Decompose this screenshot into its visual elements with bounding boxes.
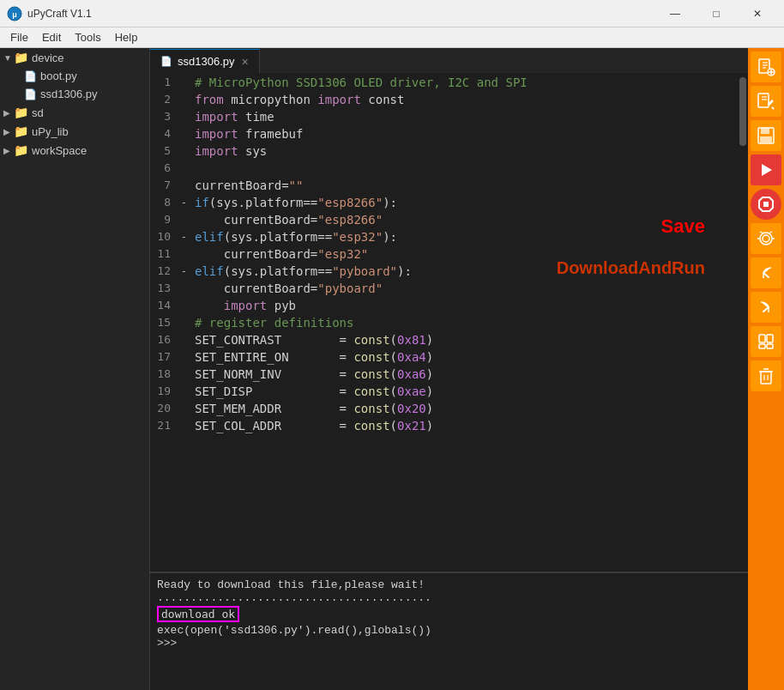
line-num-12: 12: [150, 263, 181, 280]
window-controls: — □ ✕: [655, 2, 777, 26]
code-line-15: 15 # register definitions: [150, 314, 748, 331]
line-num-7: 7: [150, 177, 181, 194]
code-line-8: 8 - if(sys.platform=="esp8266"):: [150, 194, 748, 211]
delete-button[interactable]: [751, 360, 781, 391]
line-content-18: SET_NORM_INV = const(0xa6): [191, 366, 748, 383]
arrow-1: [181, 74, 191, 91]
tree-item-ssd[interactable]: 📄 ssd1306.py: [0, 85, 149, 103]
terminal-download-badge: download ok: [157, 606, 239, 622]
code-line-9: 9 currentBoard="esp8266": [150, 211, 748, 228]
arrow-5: [181, 142, 191, 160]
tab-close-icon[interactable]: ×: [242, 55, 249, 69]
svg-rect-26: [767, 335, 773, 342]
file-icon-boot: 📄: [24, 70, 37, 82]
line-content-2: from micropython import const: [191, 91, 748, 108]
run-icon: [757, 160, 775, 179]
line-content-1: # MicroPython SSD1306 OLED driver, I2C a…: [191, 74, 748, 91]
line-num-13: 13: [150, 280, 181, 297]
menu-help[interactable]: Help: [108, 29, 145, 45]
code-line-6: 6: [150, 160, 748, 177]
tree-label-workspace: workSpace: [32, 144, 87, 157]
line-content-17: SET_ENTIRE_ON = const(0xa4): [191, 348, 748, 366]
line-num-8: 8: [150, 194, 181, 211]
arrow-17: [181, 348, 191, 366]
arrow-9: [181, 211, 191, 228]
arrow-20: [181, 400, 191, 417]
arrow-12: -: [181, 263, 191, 280]
code-line-14: 14 import pyb: [150, 297, 748, 314]
line-content-9: currentBoard="esp8266": [191, 211, 748, 228]
svg-rect-18: [763, 202, 769, 207]
svg-rect-29: [761, 372, 771, 384]
line-content-12: elif(sys.platform=="pyboard"):: [191, 263, 748, 280]
terminal-line-exec: exec(open('ssd1306.py').read(),globals()…: [157, 624, 741, 637]
menu-file[interactable]: File: [3, 29, 35, 45]
code-line-4: 4 import framebuf: [150, 125, 748, 142]
terminal: Ready to download this file,please wait!…: [150, 572, 748, 683]
line-num-19: 19: [150, 383, 181, 400]
svg-rect-28: [767, 344, 773, 348]
terminal-line-dots: ........................................…: [157, 591, 741, 604]
folder-icon-sd: 📁: [14, 106, 28, 119]
code-line-10: 10 - elif(sys.platform=="esp32"):: [150, 228, 748, 245]
line-num-5: 5: [150, 142, 181, 160]
code-editor[interactable]: Save DownloadAndRun 1 # MicroPython SSD1…: [150, 74, 748, 572]
stop-button[interactable]: [751, 189, 781, 220]
tree-item-device[interactable]: ▼ 📁 device: [0, 48, 149, 67]
arrow-2: [181, 91, 191, 108]
line-content-8: if(sys.platform=="esp8266"):: [191, 194, 748, 211]
arrow-7: [181, 177, 191, 194]
line-num-17: 17: [150, 348, 181, 366]
delete-icon: [757, 366, 775, 385]
tree-item-sd[interactable]: ▶ 📁 sd: [0, 103, 149, 122]
line-content-3: import time: [191, 108, 748, 125]
line-num-2: 2: [150, 91, 181, 108]
back-button[interactable]: [751, 257, 781, 288]
tree-item-upylib[interactable]: ▶ 📁 uPy_lib: [0, 122, 149, 141]
arrow-18: [181, 366, 191, 383]
arrow-6: [181, 160, 191, 177]
scrollbar[interactable]: [738, 74, 748, 572]
files-button[interactable]: [751, 326, 781, 357]
arrow-11: [181, 245, 191, 263]
download-run-button[interactable]: [751, 154, 781, 185]
terminal-line-prompt: >>>: [157, 637, 741, 650]
svg-marker-16: [762, 164, 772, 176]
line-content-5: import sys: [191, 142, 748, 160]
line-num-16: 16: [150, 331, 181, 348]
new-file-button[interactable]: [751, 51, 781, 82]
menu-edit[interactable]: Edit: [35, 29, 68, 45]
save-button[interactable]: [751, 120, 781, 151]
arrow-sd: ▶: [3, 108, 14, 118]
open-file-icon: [757, 92, 775, 111]
tree-label-device: device: [32, 51, 64, 64]
minimize-button[interactable]: —: [655, 2, 695, 26]
tree-item-boot[interactable]: 📄 boot.py: [0, 67, 149, 85]
code-line-16: 16 SET_CONTRAST = const(0x81): [150, 331, 748, 348]
svg-rect-15: [760, 136, 772, 142]
connect-button[interactable]: [751, 223, 781, 254]
line-content-14: import pyb: [191, 297, 748, 314]
terminal-line-download: download ok: [157, 606, 741, 622]
arrow-device: ▼: [3, 53, 14, 63]
app-icon: μ: [7, 6, 22, 21]
back-icon: [757, 263, 775, 282]
menu-tools[interactable]: Tools: [68, 29, 107, 45]
forward-button[interactable]: [751, 292, 781, 323]
maximize-button[interactable]: □: [697, 2, 736, 26]
open-file-button[interactable]: [751, 86, 781, 117]
scroll-thumb[interactable]: [739, 77, 746, 146]
terminal-ready-text: Ready to download this file,please wait!: [157, 578, 425, 591]
code-line-19: 19 SET_DISP = const(0xae): [150, 383, 748, 400]
arrow-3: [181, 108, 191, 125]
tree-item-workspace[interactable]: ▶ 📁 workSpace: [0, 141, 149, 160]
code-line-3: 3 import time: [150, 108, 748, 125]
tab-ssd1306[interactable]: 📄 ssd1306.py ×: [150, 49, 260, 73]
terminal-prompt-text: >>>: [157, 637, 177, 650]
arrow-19: [181, 383, 191, 400]
close-button[interactable]: ✕: [738, 2, 777, 26]
arrow-21: [181, 417, 191, 434]
code-line-5: 5 import sys: [150, 142, 748, 160]
line-num-3: 3: [150, 108, 181, 125]
app-title: uPyCraft V1.1: [27, 8, 92, 20]
